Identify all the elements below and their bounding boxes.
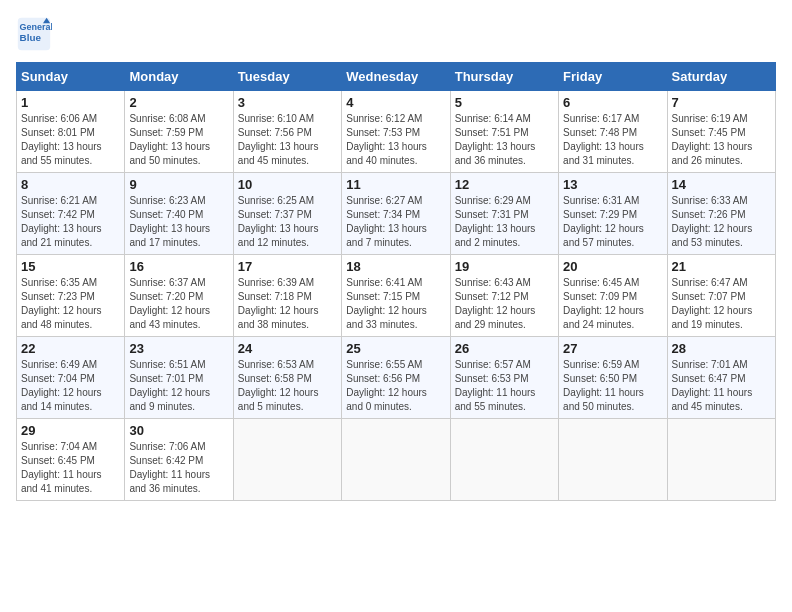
day-detail: Sunrise: 6:21 AM Sunset: 7:42 PM Dayligh… [21,194,120,250]
calendar-week-row: 8Sunrise: 6:21 AM Sunset: 7:42 PM Daylig… [17,173,776,255]
day-detail: Sunrise: 6:49 AM Sunset: 7:04 PM Dayligh… [21,358,120,414]
calendar-week-row: 1Sunrise: 6:06 AM Sunset: 8:01 PM Daylig… [17,91,776,173]
calendar-day-cell: 10Sunrise: 6:25 AM Sunset: 7:37 PM Dayli… [233,173,341,255]
day-detail: Sunrise: 6:47 AM Sunset: 7:07 PM Dayligh… [672,276,771,332]
day-detail: Sunrise: 6:59 AM Sunset: 6:50 PM Dayligh… [563,358,662,414]
calendar-day-cell: 9Sunrise: 6:23 AM Sunset: 7:40 PM Daylig… [125,173,233,255]
day-detail: Sunrise: 6:55 AM Sunset: 6:56 PM Dayligh… [346,358,445,414]
day-detail: Sunrise: 6:53 AM Sunset: 6:58 PM Dayligh… [238,358,337,414]
day-of-week-header: Tuesday [233,63,341,91]
day-detail: Sunrise: 6:12 AM Sunset: 7:53 PM Dayligh… [346,112,445,168]
logo-icon: General Blue [16,16,52,52]
day-detail: Sunrise: 7:01 AM Sunset: 6:47 PM Dayligh… [672,358,771,414]
day-number: 24 [238,341,337,356]
day-number: 16 [129,259,228,274]
day-of-week-header: Thursday [450,63,558,91]
day-number: 14 [672,177,771,192]
day-detail: Sunrise: 6:35 AM Sunset: 7:23 PM Dayligh… [21,276,120,332]
day-detail: Sunrise: 6:25 AM Sunset: 7:37 PM Dayligh… [238,194,337,250]
day-number: 18 [346,259,445,274]
calendar-day-cell: 4Sunrise: 6:12 AM Sunset: 7:53 PM Daylig… [342,91,450,173]
day-number: 25 [346,341,445,356]
calendar-day-cell: 21Sunrise: 6:47 AM Sunset: 7:07 PM Dayli… [667,255,775,337]
day-number: 21 [672,259,771,274]
calendar-day-cell: 20Sunrise: 6:45 AM Sunset: 7:09 PM Dayli… [559,255,667,337]
day-number: 3 [238,95,337,110]
calendar-day-cell [342,419,450,501]
day-of-week-header: Monday [125,63,233,91]
day-detail: Sunrise: 6:33 AM Sunset: 7:26 PM Dayligh… [672,194,771,250]
calendar-day-cell: 13Sunrise: 6:31 AM Sunset: 7:29 PM Dayli… [559,173,667,255]
day-number: 13 [563,177,662,192]
day-number: 5 [455,95,554,110]
calendar-day-cell: 12Sunrise: 6:29 AM Sunset: 7:31 PM Dayli… [450,173,558,255]
logo: General Blue [16,16,56,52]
day-number: 11 [346,177,445,192]
calendar-day-cell: 30Sunrise: 7:06 AM Sunset: 6:42 PM Dayli… [125,419,233,501]
day-of-week-header: Sunday [17,63,125,91]
day-detail: Sunrise: 6:17 AM Sunset: 7:48 PM Dayligh… [563,112,662,168]
calendar-day-cell: 25Sunrise: 6:55 AM Sunset: 6:56 PM Dayli… [342,337,450,419]
day-of-week-header: Friday [559,63,667,91]
day-detail: Sunrise: 6:37 AM Sunset: 7:20 PM Dayligh… [129,276,228,332]
day-of-week-header: Wednesday [342,63,450,91]
day-detail: Sunrise: 6:19 AM Sunset: 7:45 PM Dayligh… [672,112,771,168]
calendar-header-row: SundayMondayTuesdayWednesdayThursdayFrid… [17,63,776,91]
calendar-day-cell: 1Sunrise: 6:06 AM Sunset: 8:01 PM Daylig… [17,91,125,173]
calendar-week-row: 15Sunrise: 6:35 AM Sunset: 7:23 PM Dayli… [17,255,776,337]
day-detail: Sunrise: 6:41 AM Sunset: 7:15 PM Dayligh… [346,276,445,332]
day-detail: Sunrise: 6:23 AM Sunset: 7:40 PM Dayligh… [129,194,228,250]
day-detail: Sunrise: 6:06 AM Sunset: 8:01 PM Dayligh… [21,112,120,168]
calendar-day-cell: 28Sunrise: 7:01 AM Sunset: 6:47 PM Dayli… [667,337,775,419]
calendar-day-cell: 2Sunrise: 6:08 AM Sunset: 7:59 PM Daylig… [125,91,233,173]
day-detail: Sunrise: 7:04 AM Sunset: 6:45 PM Dayligh… [21,440,120,496]
calendar-week-row: 22Sunrise: 6:49 AM Sunset: 7:04 PM Dayli… [17,337,776,419]
day-detail: Sunrise: 6:08 AM Sunset: 7:59 PM Dayligh… [129,112,228,168]
day-number: 10 [238,177,337,192]
day-detail: Sunrise: 6:14 AM Sunset: 7:51 PM Dayligh… [455,112,554,168]
calendar-day-cell: 26Sunrise: 6:57 AM Sunset: 6:53 PM Dayli… [450,337,558,419]
calendar-day-cell [233,419,341,501]
day-number: 26 [455,341,554,356]
calendar-day-cell: 27Sunrise: 6:59 AM Sunset: 6:50 PM Dayli… [559,337,667,419]
day-number: 4 [346,95,445,110]
day-number: 28 [672,341,771,356]
day-detail: Sunrise: 6:51 AM Sunset: 7:01 PM Dayligh… [129,358,228,414]
day-number: 29 [21,423,120,438]
day-number: 20 [563,259,662,274]
calendar-day-cell: 16Sunrise: 6:37 AM Sunset: 7:20 PM Dayli… [125,255,233,337]
day-number: 9 [129,177,228,192]
day-detail: Sunrise: 6:27 AM Sunset: 7:34 PM Dayligh… [346,194,445,250]
day-detail: Sunrise: 6:31 AM Sunset: 7:29 PM Dayligh… [563,194,662,250]
calendar-day-cell: 18Sunrise: 6:41 AM Sunset: 7:15 PM Dayli… [342,255,450,337]
calendar-day-cell [559,419,667,501]
calendar-week-row: 29Sunrise: 7:04 AM Sunset: 6:45 PM Dayli… [17,419,776,501]
day-of-week-header: Saturday [667,63,775,91]
day-detail: Sunrise: 6:43 AM Sunset: 7:12 PM Dayligh… [455,276,554,332]
day-number: 2 [129,95,228,110]
calendar-day-cell: 8Sunrise: 6:21 AM Sunset: 7:42 PM Daylig… [17,173,125,255]
calendar-day-cell: 22Sunrise: 6:49 AM Sunset: 7:04 PM Dayli… [17,337,125,419]
day-number: 30 [129,423,228,438]
calendar-day-cell [450,419,558,501]
day-number: 7 [672,95,771,110]
day-number: 27 [563,341,662,356]
calendar-day-cell: 7Sunrise: 6:19 AM Sunset: 7:45 PM Daylig… [667,91,775,173]
day-number: 15 [21,259,120,274]
calendar-day-cell [667,419,775,501]
day-detail: Sunrise: 7:06 AM Sunset: 6:42 PM Dayligh… [129,440,228,496]
calendar-day-cell: 29Sunrise: 7:04 AM Sunset: 6:45 PM Dayli… [17,419,125,501]
day-detail: Sunrise: 6:57 AM Sunset: 6:53 PM Dayligh… [455,358,554,414]
day-number: 8 [21,177,120,192]
calendar-day-cell: 14Sunrise: 6:33 AM Sunset: 7:26 PM Dayli… [667,173,775,255]
calendar-day-cell: 3Sunrise: 6:10 AM Sunset: 7:56 PM Daylig… [233,91,341,173]
svg-text:Blue: Blue [20,32,42,43]
calendar-day-cell: 5Sunrise: 6:14 AM Sunset: 7:51 PM Daylig… [450,91,558,173]
day-number: 6 [563,95,662,110]
svg-text:General: General [20,22,52,32]
day-detail: Sunrise: 6:39 AM Sunset: 7:18 PM Dayligh… [238,276,337,332]
calendar-day-cell: 11Sunrise: 6:27 AM Sunset: 7:34 PM Dayli… [342,173,450,255]
header: General Blue [16,16,776,52]
day-detail: Sunrise: 6:29 AM Sunset: 7:31 PM Dayligh… [455,194,554,250]
calendar-day-cell: 24Sunrise: 6:53 AM Sunset: 6:58 PM Dayli… [233,337,341,419]
